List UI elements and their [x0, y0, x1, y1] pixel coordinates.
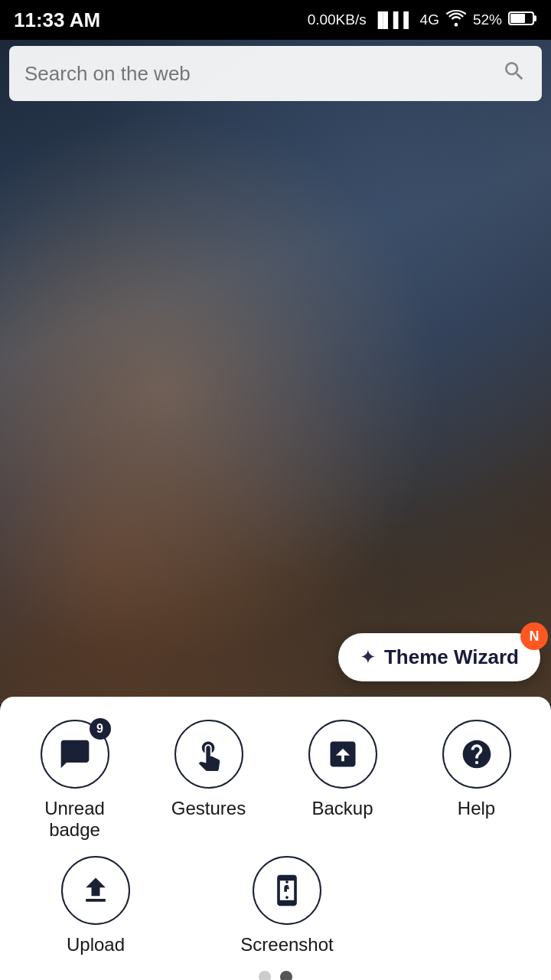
- battery-icon: [508, 10, 537, 31]
- help-item[interactable]: Help: [419, 720, 534, 841]
- gestures-icon-circle: [174, 720, 243, 789]
- network-speed: 0.00KB/s: [308, 11, 367, 28]
- network-type: 4G: [420, 11, 439, 28]
- dot-1: [259, 971, 271, 980]
- grid-row-1: 9 Unread badge Gestures Backup: [8, 720, 543, 841]
- search-bar[interactable]: [9, 46, 542, 101]
- bottom-panel: 9 Unread badge Gestures Backup: [0, 697, 551, 980]
- grid-row-2: Upload Screenshot: [8, 856, 543, 956]
- theme-wizard-badge: N: [520, 622, 548, 650]
- search-icon: [502, 59, 527, 89]
- upload-item[interactable]: Upload: [38, 856, 153, 956]
- svg-rect-1: [533, 15, 536, 21]
- search-input[interactable]: [24, 62, 502, 86]
- signal-icon: ▐▌▌▌: [373, 11, 414, 28]
- svg-rect-2: [510, 14, 525, 23]
- backup-icon-circle: [308, 720, 377, 789]
- help-icon-circle: [442, 720, 511, 789]
- dot-2: [280, 971, 292, 980]
- sparkle-icon: ✦: [360, 645, 377, 669]
- upload-label: Upload: [67, 934, 125, 956]
- gestures-item[interactable]: Gestures: [152, 720, 266, 841]
- screenshot-label: Screenshot: [240, 934, 333, 956]
- pagination-dots: [8, 971, 543, 980]
- screenshot-item[interactable]: Screenshot: [230, 856, 344, 956]
- theme-wizard-label: Theme Wizard: [384, 645, 519, 669]
- unread-badge-label: Unread badge: [18, 798, 132, 841]
- battery-level: 52%: [473, 11, 502, 28]
- status-icons: 0.00KB/s ▐▌▌▌ 4G 52%: [308, 9, 537, 31]
- backup-label: Backup: [311, 798, 373, 819]
- status-time: 11:33 AM: [14, 8, 100, 32]
- unread-badge-item[interactable]: 9 Unread badge: [18, 720, 132, 841]
- backup-item[interactable]: Backup: [285, 720, 400, 841]
- gestures-label: Gestures: [171, 798, 246, 819]
- help-label: Help: [458, 798, 495, 819]
- upload-icon-circle: [61, 856, 130, 925]
- status-bar: 11:33 AM 0.00KB/s ▐▌▌▌ 4G 52%: [0, 0, 551, 40]
- theme-wizard-button[interactable]: N ✦ Theme Wizard: [338, 633, 540, 681]
- unread-badge-icon-circle: 9: [41, 720, 109, 789]
- wifi-icon: [445, 9, 467, 31]
- wallpaper: [0, 0, 551, 704]
- badge-count: 9: [90, 718, 111, 740]
- screenshot-icon-circle: [253, 856, 321, 925]
